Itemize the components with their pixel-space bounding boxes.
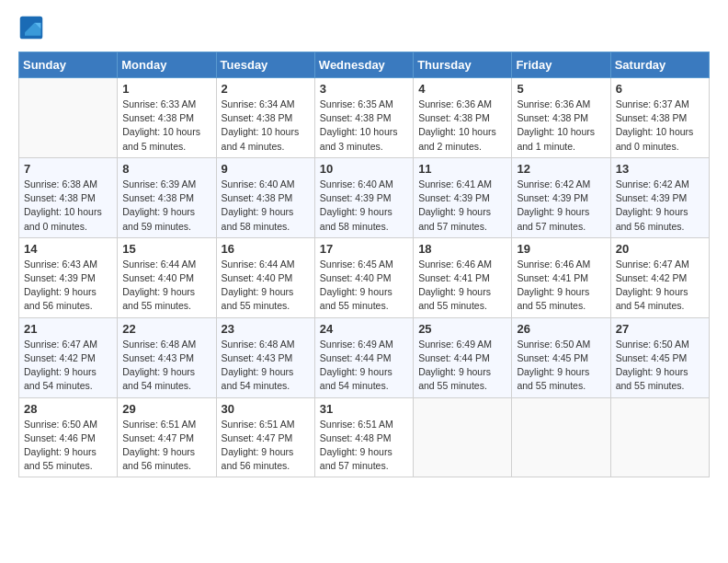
day-number: 4 — [418, 82, 506, 96]
day-cell: 9Sunrise: 6:40 AM Sunset: 4:38 PM Daylig… — [216, 157, 314, 237]
week-row-1: 1Sunrise: 6:33 AM Sunset: 4:38 PM Daylig… — [19, 78, 710, 158]
day-info: Sunrise: 6:46 AM Sunset: 4:41 PM Dayligh… — [418, 258, 506, 314]
calendar-table: SundayMondayTuesdayWednesdayThursdayFrid… — [18, 52, 710, 477]
day-cell: 2Sunrise: 6:34 AM Sunset: 4:38 PM Daylig… — [216, 78, 314, 158]
weekday-header-sunday: Sunday — [19, 52, 118, 78]
day-cell: 15Sunrise: 6:44 AM Sunset: 4:40 PM Dayli… — [118, 237, 216, 317]
day-cell: 3Sunrise: 6:35 AM Sunset: 4:38 PM Daylig… — [314, 78, 413, 158]
day-cell: 29Sunrise: 6:51 AM Sunset: 4:47 PM Dayli… — [118, 397, 216, 477]
week-row-5: 28Sunrise: 6:50 AM Sunset: 4:46 PM Dayli… — [19, 397, 710, 477]
day-info: Sunrise: 6:51 AM Sunset: 4:47 PM Dayligh… — [122, 418, 210, 474]
day-number: 31 — [320, 402, 408, 416]
day-number: 29 — [122, 402, 210, 416]
day-number: 2 — [222, 82, 310, 96]
day-cell: 23Sunrise: 6:48 AM Sunset: 4:43 PM Dayli… — [216, 317, 314, 397]
day-number: 18 — [418, 242, 506, 256]
day-info: Sunrise: 6:48 AM Sunset: 4:43 PM Dayligh… — [122, 338, 210, 394]
page-container: SundayMondayTuesdayWednesdayThursdayFrid… — [0, 0, 728, 496]
day-number: 16 — [222, 242, 310, 256]
day-info: Sunrise: 6:33 AM Sunset: 4:38 PM Dayligh… — [122, 98, 210, 154]
day-info: Sunrise: 6:42 AM Sunset: 4:39 PM Dayligh… — [616, 178, 704, 234]
day-number: 15 — [122, 242, 210, 256]
day-info: Sunrise: 6:35 AM Sunset: 4:38 PM Dayligh… — [320, 98, 408, 154]
day-cell: 12Sunrise: 6:42 AM Sunset: 4:39 PM Dayli… — [512, 157, 610, 237]
day-number: 30 — [222, 402, 310, 416]
weekday-row: SundayMondayTuesdayWednesdayThursdayFrid… — [19, 52, 710, 78]
day-info: Sunrise: 6:50 AM Sunset: 4:45 PM Dayligh… — [517, 338, 605, 394]
day-cell: 5Sunrise: 6:36 AM Sunset: 4:38 PM Daylig… — [512, 78, 610, 158]
day-info: Sunrise: 6:34 AM Sunset: 4:38 PM Dayligh… — [222, 98, 310, 154]
day-number: 14 — [24, 242, 112, 256]
day-number: 3 — [320, 82, 408, 96]
day-number: 26 — [517, 322, 605, 336]
day-cell: 7Sunrise: 6:38 AM Sunset: 4:38 PM Daylig… — [19, 157, 118, 237]
day-cell: 28Sunrise: 6:50 AM Sunset: 4:46 PM Dayli… — [19, 397, 118, 477]
day-cell: 27Sunrise: 6:50 AM Sunset: 4:45 PM Dayli… — [610, 317, 709, 397]
day-info: Sunrise: 6:44 AM Sunset: 4:40 PM Dayligh… — [222, 258, 310, 314]
day-number: 1 — [122, 82, 210, 96]
day-number: 10 — [320, 162, 408, 176]
page-header — [18, 15, 710, 40]
day-info: Sunrise: 6:36 AM Sunset: 4:38 PM Dayligh… — [418, 98, 506, 154]
day-info: Sunrise: 6:44 AM Sunset: 4:40 PM Dayligh… — [122, 258, 210, 314]
day-cell: 1Sunrise: 6:33 AM Sunset: 4:38 PM Daylig… — [118, 78, 216, 158]
day-info: Sunrise: 6:48 AM Sunset: 4:43 PM Dayligh… — [222, 338, 310, 394]
day-cell: 8Sunrise: 6:39 AM Sunset: 4:38 PM Daylig… — [118, 157, 216, 237]
day-cell: 4Sunrise: 6:36 AM Sunset: 4:38 PM Daylig… — [414, 78, 512, 158]
day-info: Sunrise: 6:38 AM Sunset: 4:38 PM Dayligh… — [24, 178, 112, 234]
day-info: Sunrise: 6:40 AM Sunset: 4:38 PM Dayligh… — [222, 178, 310, 234]
week-row-4: 21Sunrise: 6:47 AM Sunset: 4:42 PM Dayli… — [19, 317, 710, 397]
day-cell: 21Sunrise: 6:47 AM Sunset: 4:42 PM Dayli… — [19, 317, 118, 397]
day-cell: 16Sunrise: 6:44 AM Sunset: 4:40 PM Dayli… — [216, 237, 314, 317]
day-info: Sunrise: 6:51 AM Sunset: 4:48 PM Dayligh… — [320, 418, 408, 474]
day-info: Sunrise: 6:39 AM Sunset: 4:38 PM Dayligh… — [122, 178, 210, 234]
weekday-header-tuesday: Tuesday — [216, 52, 314, 78]
day-cell: 20Sunrise: 6:47 AM Sunset: 4:42 PM Dayli… — [610, 237, 709, 317]
week-row-2: 7Sunrise: 6:38 AM Sunset: 4:38 PM Daylig… — [19, 157, 710, 237]
day-number: 21 — [24, 322, 112, 336]
day-number: 5 — [517, 82, 605, 96]
day-info: Sunrise: 6:49 AM Sunset: 4:44 PM Dayligh… — [418, 338, 506, 394]
day-number: 25 — [418, 322, 506, 336]
day-cell: 13Sunrise: 6:42 AM Sunset: 4:39 PM Dayli… — [610, 157, 709, 237]
day-cell: 30Sunrise: 6:51 AM Sunset: 4:47 PM Dayli… — [216, 397, 314, 477]
day-cell: 6Sunrise: 6:37 AM Sunset: 4:38 PM Daylig… — [610, 78, 709, 158]
day-info: Sunrise: 6:45 AM Sunset: 4:40 PM Dayligh… — [320, 258, 408, 314]
day-cell: 26Sunrise: 6:50 AM Sunset: 4:45 PM Dayli… — [512, 317, 610, 397]
week-row-3: 14Sunrise: 6:43 AM Sunset: 4:39 PM Dayli… — [19, 237, 710, 317]
day-info: Sunrise: 6:36 AM Sunset: 4:38 PM Dayligh… — [517, 98, 605, 154]
day-info: Sunrise: 6:47 AM Sunset: 4:42 PM Dayligh… — [616, 258, 704, 314]
logo — [18, 15, 48, 40]
calendar-header: SundayMondayTuesdayWednesdayThursdayFrid… — [19, 52, 710, 78]
weekday-header-thursday: Thursday — [414, 52, 512, 78]
weekday-header-friday: Friday — [512, 52, 610, 78]
day-info: Sunrise: 6:41 AM Sunset: 4:39 PM Dayligh… — [418, 178, 506, 234]
weekday-header-saturday: Saturday — [610, 52, 709, 78]
day-cell: 10Sunrise: 6:40 AM Sunset: 4:39 PM Dayli… — [314, 157, 413, 237]
day-number: 9 — [222, 162, 310, 176]
day-number: 7 — [24, 162, 112, 176]
day-cell: 11Sunrise: 6:41 AM Sunset: 4:39 PM Dayli… — [414, 157, 512, 237]
day-info: Sunrise: 6:51 AM Sunset: 4:47 PM Dayligh… — [222, 418, 310, 474]
day-number: 23 — [222, 322, 310, 336]
day-cell: 25Sunrise: 6:49 AM Sunset: 4:44 PM Dayli… — [414, 317, 512, 397]
day-number: 13 — [616, 162, 704, 176]
day-cell: 14Sunrise: 6:43 AM Sunset: 4:39 PM Dayli… — [19, 237, 118, 317]
day-cell: 17Sunrise: 6:45 AM Sunset: 4:40 PM Dayli… — [314, 237, 413, 317]
day-cell: 18Sunrise: 6:46 AM Sunset: 4:41 PM Dayli… — [414, 237, 512, 317]
day-cell — [19, 78, 118, 158]
day-cell — [610, 397, 709, 477]
day-cell — [414, 397, 512, 477]
day-cell — [512, 397, 610, 477]
day-number: 8 — [122, 162, 210, 176]
day-info: Sunrise: 6:42 AM Sunset: 4:39 PM Dayligh… — [517, 178, 605, 234]
day-number: 17 — [320, 242, 408, 256]
day-info: Sunrise: 6:40 AM Sunset: 4:39 PM Dayligh… — [320, 178, 408, 234]
day-number: 24 — [320, 322, 408, 336]
day-info: Sunrise: 6:50 AM Sunset: 4:46 PM Dayligh… — [24, 418, 112, 474]
day-info: Sunrise: 6:43 AM Sunset: 4:39 PM Dayligh… — [24, 258, 112, 314]
day-number: 12 — [517, 162, 605, 176]
day-number: 28 — [24, 402, 112, 416]
day-number: 11 — [418, 162, 506, 176]
day-info: Sunrise: 6:50 AM Sunset: 4:45 PM Dayligh… — [616, 338, 704, 394]
